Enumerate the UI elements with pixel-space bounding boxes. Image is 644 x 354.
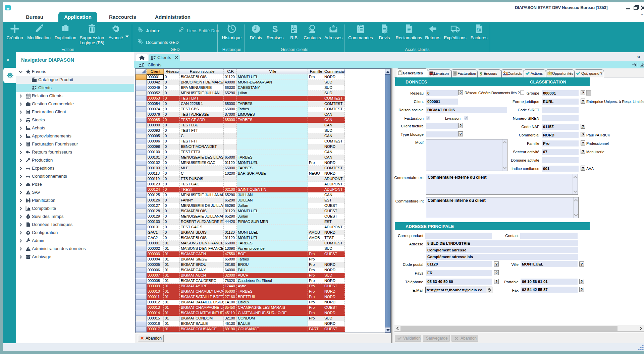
svg-text:$: $	[272, 24, 278, 34]
svg-text:€: €	[477, 27, 479, 31]
svg-text:$: $	[480, 71, 482, 76]
